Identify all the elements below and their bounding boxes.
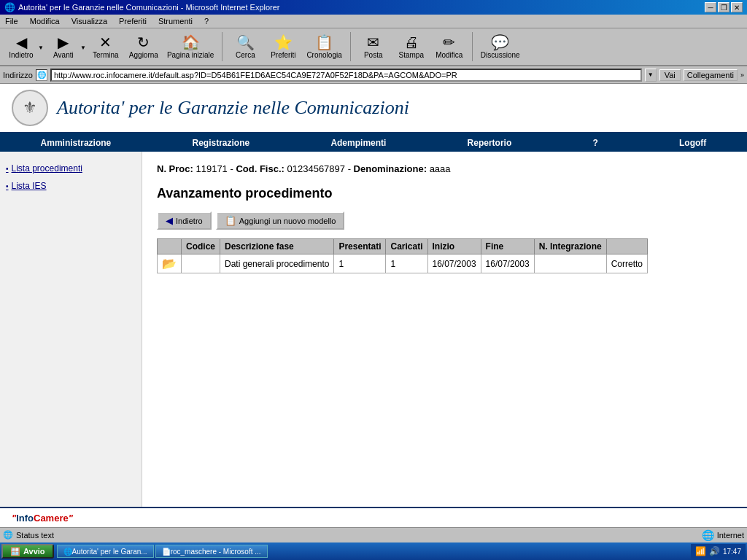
- page-footer: "InfoCamere": [0, 507, 747, 527]
- stop-button[interactable]: ✕ Termina: [88, 33, 124, 61]
- menu-strumenti[interactable]: Strumenti: [156, 16, 195, 26]
- refresh-button[interactable]: ↻ Aggiorna: [125, 33, 162, 61]
- section-title: Avanzamento procedimento: [157, 186, 732, 201]
- fisc-value: 01234567897: [287, 163, 346, 174]
- address-input[interactable]: [50, 69, 642, 82]
- row-action-icon[interactable]: 📂: [158, 254, 182, 273]
- col-header-caricati: Caricati: [386, 239, 427, 254]
- back-page-button[interactable]: ◀ Indietro: [157, 211, 212, 230]
- history-label: Cronologia: [306, 51, 341, 59]
- mail-icon: ✉: [367, 35, 379, 50]
- nav-logoff[interactable]: Logoff: [665, 134, 721, 152]
- stop-icon: ✕: [99, 35, 112, 50]
- nav-adempimenti[interactable]: Adempimenti: [316, 134, 400, 152]
- row-status: Corretto: [606, 254, 647, 273]
- back-button[interactable]: ◀ Indietro: [3, 33, 39, 61]
- menu-preferiti[interactable]: Preferiti: [117, 16, 149, 26]
- row-fine: 16/07/2003: [481, 254, 534, 273]
- status-left: 🌐 Status text: [3, 530, 54, 540]
- nav-registrazione[interactable]: Registrazione: [177, 134, 264, 152]
- taskbar-roc-icon: 📄: [162, 548, 171, 556]
- back-button-group[interactable]: ◀ Indietro ▼: [3, 33, 44, 61]
- taskbar-items: 🌐 Autorita' per le Garan... 📄 roc_masche…: [57, 545, 691, 558]
- start-button[interactable]: 🪟 Avvio: [1, 544, 54, 559]
- search-button[interactable]: 🔍 Cerca: [227, 33, 263, 61]
- collegamenti-button[interactable]: Collegamenti: [684, 69, 738, 81]
- address-dropdown-button[interactable]: ▼: [645, 69, 657, 82]
- back-label: Indietro: [9, 51, 33, 59]
- toolbar-separator-2: [350, 32, 351, 61]
- status-text: Status text: [16, 531, 54, 540]
- history-icon: 📋: [315, 35, 333, 50]
- search-icon: 🔍: [236, 35, 255, 50]
- menu-modifica[interactable]: Modifica: [28, 16, 62, 26]
- vai-button[interactable]: Vai: [659, 69, 681, 81]
- refresh-label: Aggiorna: [129, 51, 158, 59]
- search-label: Cerca: [236, 51, 255, 59]
- minimize-button[interactable]: ─: [705, 2, 716, 12]
- taskbar-ie-label: Autorita' per le Garan...: [72, 548, 147, 556]
- button-row: ◀ Indietro 📋 Aggiungi un nuovo modello: [157, 211, 732, 230]
- nav-repertorio[interactable]: Repertorio: [453, 134, 527, 152]
- bullet-icon: •: [6, 165, 9, 173]
- edit-label: Modifica: [436, 51, 462, 59]
- status-icon: 🌐: [3, 530, 13, 540]
- discuss-label: Discussione: [481, 51, 520, 59]
- favorites-label: Preferiti: [271, 51, 295, 59]
- forward-label: Avanti: [53, 51, 74, 59]
- start-windows-icon: 🪟: [10, 547, 20, 556]
- content-area: • Lista procedimenti • Lista IES N. Proc…: [0, 152, 747, 507]
- edit-button[interactable]: ✏ Modifica: [431, 33, 468, 61]
- menu-visualizza[interactable]: Visualizza: [69, 16, 109, 26]
- taskbar-ie-icon: 🌐: [63, 548, 72, 556]
- favorites-button[interactable]: ⭐ Preferiti: [265, 33, 301, 61]
- folder-open-icon[interactable]: 📂: [162, 257, 177, 270]
- toolbar: ◀ Indietro ▼ ▶ Avanti ▼ ✕ Termina ↻ Aggi…: [0, 28, 747, 66]
- title-bar-controls[interactable]: ─ ❐ ✕: [705, 2, 743, 12]
- col-header-actions: [158, 239, 182, 254]
- start-label: Avvio: [23, 547, 45, 556]
- row-caricati: 1: [386, 254, 427, 273]
- sidebar-item-lista-procedimenti[interactable]: • Lista procedimenti: [6, 163, 136, 174]
- nav-amministrazione[interactable]: Amministrazione: [26, 134, 126, 152]
- restore-button[interactable]: ❐: [718, 2, 729, 12]
- home-button[interactable]: 🏠 Pagina iniziale: [163, 33, 218, 61]
- status-right: 🌐 Internet: [702, 529, 744, 541]
- page-header: ⚜ Autorita' per le Garanzie nelle Comuni…: [0, 84, 747, 134]
- sidebar: • Lista procedimenti • Lista IES: [0, 152, 142, 507]
- close-button[interactable]: ✕: [731, 2, 743, 12]
- address-bar: Indirizzo 🌐 ▼ Vai Collegamenti »: [0, 66, 747, 84]
- tray-volume-icon: 🔊: [709, 546, 720, 556]
- history-button[interactable]: 📋 Cronologia: [303, 33, 345, 61]
- top-nav: Amministrazione Registrazione Adempiment…: [0, 134, 747, 152]
- taskbar-item-roc[interactable]: 📄 roc_maschere - Microsoft ...: [155, 545, 268, 558]
- forward-button[interactable]: ▶ Avanti: [45, 33, 82, 61]
- col-header-status: [606, 239, 647, 254]
- taskbar-time: 17:47: [723, 548, 741, 556]
- sidebar-item-lista-ies[interactable]: • Lista IES: [6, 181, 136, 191]
- discuss-icon: 💬: [491, 35, 509, 50]
- menu-file[interactable]: File: [3, 16, 20, 26]
- title-bar-left: 🌐 Autorita' per le Garanzie nelle Comuni…: [4, 2, 280, 12]
- address-label: Indirizzo: [3, 71, 33, 79]
- window-title: Autorita' per le Garanzie nelle Comunica…: [18, 3, 280, 12]
- discuss-button[interactable]: 💬 Discussione: [477, 33, 524, 61]
- fisc-label: Cod. Fisc.:: [236, 163, 284, 174]
- back-arrow-icon[interactable]: ▼: [38, 44, 44, 61]
- tray-network-icon: 📶: [695, 546, 706, 556]
- col-header-presentati: Presentati: [334, 239, 386, 254]
- add-model-button[interactable]: 📋 Aggiungi un nuovo modello: [216, 211, 345, 230]
- row-inizio: 16/07/2003: [427, 254, 481, 273]
- taskbar-roc-label: roc_maschere - Microsoft ...: [171, 548, 261, 556]
- nav-help[interactable]: ?: [578, 134, 612, 152]
- forward-arrow-icon[interactable]: ▼: [80, 44, 86, 61]
- sidebar-lista-procedimenti-label: Lista procedimenti: [12, 163, 82, 174]
- forward-button-group[interactable]: ▶ Avanti ▼: [45, 33, 86, 61]
- mail-label: Posta: [364, 51, 383, 59]
- taskbar-item-ie[interactable]: 🌐 Autorita' per le Garan...: [57, 545, 154, 558]
- menu-help[interactable]: ?: [202, 16, 211, 26]
- refresh-icon: ↻: [137, 35, 150, 50]
- title-bar: 🌐 Autorita' per le Garanzie nelle Comuni…: [0, 0, 747, 15]
- mail-button[interactable]: ✉ Posta: [355, 33, 392, 61]
- print-button[interactable]: 🖨 Stampa: [393, 33, 430, 61]
